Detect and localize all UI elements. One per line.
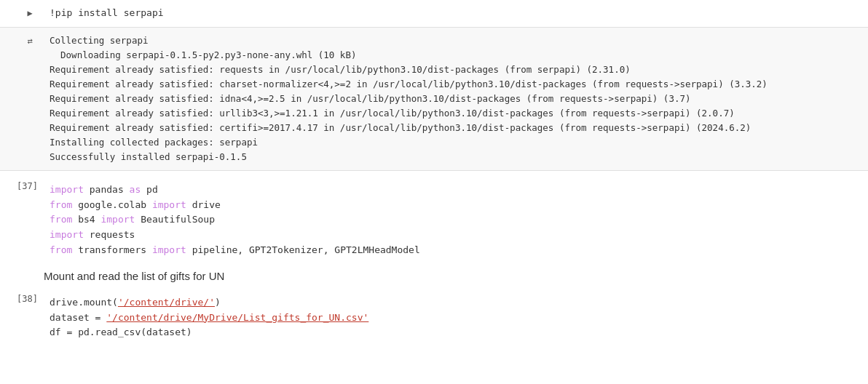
- import-cell-code: import pandas as pd from google.colab im…: [44, 180, 868, 261]
- import-cell-number: [37]: [17, 181, 38, 191]
- mount-cell: [38] drive.mount('/content/drive/') data…: [0, 289, 868, 346]
- pip-output-content: Collecting serpapi Downloading serpapi-0…: [44, 31, 868, 167]
- pip-cell-code: !pip install serpapi: [44, 3, 868, 24]
- pip-install-cell: ▶ !pip install serpapi: [0, 0, 868, 27]
- run-button[interactable]: ▶: [22, 5, 38, 21]
- pip-output-cell: ⇄ Collecting serpapi Downloading serpapi…: [0, 27, 868, 171]
- pip-code-text: !pip install serpapi: [50, 7, 164, 18]
- markdown-text: Mount and read the list of gifts for UN: [44, 270, 224, 282]
- import-cell: [37] import pandas as pd from google.col…: [0, 177, 868, 264]
- pip-cell-gutter: ▶: [0, 3, 44, 21]
- mount-cell-gutter: [38]: [0, 292, 44, 304]
- import-cell-gutter: [37]: [0, 180, 44, 191]
- pip-output-gutter: ⇄: [0, 31, 44, 49]
- mount-cell-number: [38]: [17, 294, 38, 304]
- markdown-cell: Mount and read the list of gifts for UN: [0, 264, 868, 287]
- swap-icon: ⇄: [22, 33, 38, 49]
- mount-cell-code: drive.mount('/content/drive/') dataset =…: [44, 292, 868, 343]
